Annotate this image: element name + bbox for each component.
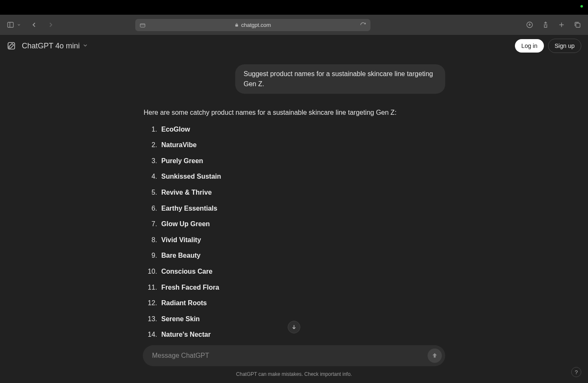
list-item: 6.Earthy Essentials bbox=[146, 203, 445, 214]
share-icon[interactable] bbox=[541, 21, 550, 29]
reload-icon[interactable] bbox=[360, 22, 366, 28]
list-item: 8.Vivid Vitality bbox=[146, 235, 445, 246]
user-message-text: Suggest product names for a sustainable … bbox=[235, 64, 445, 94]
send-button[interactable] bbox=[428, 349, 442, 363]
list-item: 10.Conscious Care bbox=[146, 266, 445, 277]
product-name: Nature's Nectar bbox=[161, 329, 211, 340]
list-item: 12.Radiant Roots bbox=[146, 298, 445, 309]
product-name: Earthy Essentials bbox=[161, 203, 217, 214]
list-item: 2.NaturaVibe bbox=[146, 140, 445, 151]
list-item: 7.Glow Up Green bbox=[146, 219, 445, 230]
list-number: 8. bbox=[146, 235, 157, 246]
product-name: Sunkissed Sustain bbox=[161, 171, 221, 182]
new-tab-icon[interactable] bbox=[557, 21, 566, 29]
product-name: Conscious Care bbox=[161, 266, 213, 277]
address-bar[interactable]: chatgpt.com bbox=[135, 19, 370, 31]
list-item: 11.Fresh Faced Flora bbox=[146, 282, 445, 293]
chevron-down-icon bbox=[82, 42, 88, 50]
product-name: Vivid Vitality bbox=[161, 235, 201, 246]
chatgpt-app: ChatGPT 4o mini Log in Sign up Suggest p… bbox=[0, 35, 588, 383]
assistant-intro-text: Here are some catchy product names for a… bbox=[144, 107, 445, 118]
disclaimer-text: ChatGPT can make mistakes. Check importa… bbox=[0, 371, 588, 377]
new-chat-icon[interactable] bbox=[7, 41, 16, 50]
list-number: 14. bbox=[146, 329, 157, 340]
product-name: Bare Beauty bbox=[161, 250, 200, 261]
product-name: Glow Up Green bbox=[161, 219, 210, 230]
list-number: 11. bbox=[146, 282, 157, 293]
product-name: Radiant Roots bbox=[161, 298, 207, 309]
list-number: 6. bbox=[146, 203, 157, 214]
assistant-message: Here are some catchy product names for a… bbox=[143, 107, 445, 347]
model-label: ChatGPT 4o mini bbox=[22, 42, 80, 50]
help-button[interactable]: ? bbox=[571, 367, 581, 377]
product-name: NaturaVibe bbox=[161, 140, 197, 151]
message-composer bbox=[143, 345, 445, 366]
message-input[interactable] bbox=[152, 352, 428, 359]
login-button[interactable]: Log in bbox=[515, 39, 543, 53]
url-host: chatgpt.com bbox=[241, 22, 271, 28]
tabs-overview-icon[interactable] bbox=[573, 21, 582, 29]
window-titlebar bbox=[0, 0, 588, 15]
svg-rect-2 bbox=[140, 24, 145, 27]
svg-rect-7 bbox=[576, 23, 580, 27]
product-name: Fresh Faced Flora bbox=[161, 282, 219, 293]
svg-rect-0 bbox=[8, 22, 13, 27]
scroll-down-button[interactable] bbox=[288, 321, 300, 333]
model-selector[interactable]: ChatGPT 4o mini bbox=[22, 42, 88, 50]
list-number: 4. bbox=[146, 171, 157, 182]
list-number: 2. bbox=[146, 140, 157, 151]
camera-indicator-icon bbox=[580, 5, 583, 8]
list-number: 13. bbox=[146, 314, 157, 325]
signup-button[interactable]: Sign up bbox=[548, 39, 581, 53]
downloads-icon[interactable] bbox=[525, 21, 534, 29]
chevron-down-icon[interactable] bbox=[16, 21, 21, 29]
sidebar-toggle-icon[interactable] bbox=[6, 21, 15, 29]
product-name: Serene Skin bbox=[161, 314, 200, 325]
list-number: 12. bbox=[146, 298, 157, 309]
product-name: EcoGlow bbox=[161, 124, 190, 135]
forward-button[interactable] bbox=[47, 21, 55, 29]
product-name: Purely Green bbox=[161, 156, 203, 166]
list-number: 3. bbox=[146, 156, 157, 166]
lock-icon bbox=[234, 23, 239, 27]
browser-toolbar: chatgpt.com bbox=[0, 15, 588, 35]
list-item: 3.Purely Green bbox=[146, 156, 445, 166]
list-number: 5. bbox=[146, 187, 157, 198]
product-name-list: 1.EcoGlow2.NaturaVibe3.Purely Green4.Sun… bbox=[144, 124, 445, 347]
conversation-area: Suggest product names for a sustainable … bbox=[143, 57, 445, 347]
list-number: 7. bbox=[146, 219, 157, 230]
website-settings-icon[interactable] bbox=[139, 22, 146, 28]
list-item: 9.Bare Beauty bbox=[146, 250, 445, 261]
list-number: 9. bbox=[146, 250, 157, 261]
list-item: 4.Sunkissed Sustain bbox=[146, 171, 445, 182]
back-button[interactable] bbox=[30, 21, 38, 29]
product-name: Revive & Thrive bbox=[161, 187, 212, 198]
user-message: Suggest product names for a sustainable … bbox=[143, 64, 445, 94]
list-number: 10. bbox=[146, 266, 157, 277]
list-item: 1.EcoGlow bbox=[146, 124, 445, 135]
list-item: 5.Revive & Thrive bbox=[146, 187, 445, 198]
list-number: 1. bbox=[146, 124, 157, 135]
app-header: ChatGPT 4o mini Log in Sign up bbox=[0, 35, 588, 57]
